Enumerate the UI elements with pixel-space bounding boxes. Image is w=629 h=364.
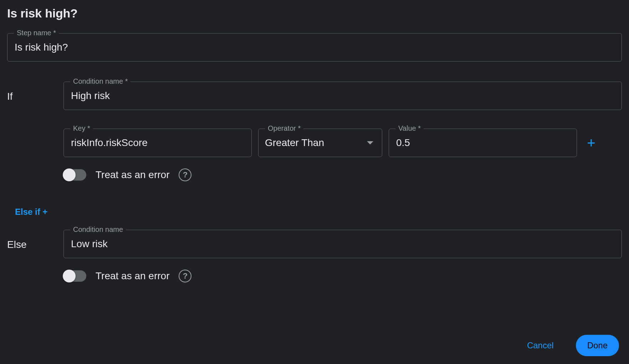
if-value-label: Value *: [395, 125, 424, 132]
if-condition-name-field[interactable]: Condition name *: [63, 82, 622, 110]
step-name-input[interactable]: [14, 41, 615, 53]
if-condition-name-label: Condition name *: [70, 78, 131, 85]
help-icon[interactable]: ?: [179, 270, 191, 282]
step-name-field[interactable]: Step name *: [7, 33, 622, 62]
if-operator-label: Operator *: [265, 125, 303, 132]
if-value-input[interactable]: [395, 137, 570, 149]
help-icon[interactable]: ?: [179, 168, 191, 181]
add-condition-button[interactable]: +: [583, 136, 599, 150]
if-operator-field[interactable]: Operator * Greater Than: [258, 129, 382, 157]
cancel-button[interactable]: Cancel: [525, 340, 556, 351]
else-treat-error-label: Treat as an error: [96, 270, 169, 282]
else-condition-name-label: Condition name: [70, 226, 126, 233]
chevron-down-icon: [367, 141, 373, 145]
if-treat-error-label: Treat as an error: [96, 169, 169, 181]
if-operator-value: Greater Than: [265, 137, 375, 149]
if-key-input[interactable]: [70, 137, 245, 149]
else-condition-name-field[interactable]: Condition name: [63, 230, 622, 258]
if-value-field[interactable]: Value *: [389, 129, 577, 157]
else-treat-error-toggle[interactable]: [63, 270, 86, 282]
done-button[interactable]: Done: [576, 335, 619, 356]
if-key-label: Key *: [70, 125, 93, 132]
else-label: Else: [7, 238, 57, 250]
page-title: Is risk high?: [7, 6, 622, 20]
if-condition-name-input[interactable]: [70, 90, 615, 102]
if-key-field[interactable]: Key *: [63, 129, 252, 157]
if-label: If: [7, 89, 57, 102]
add-else-if-button[interactable]: Else if +: [15, 207, 622, 217]
if-treat-error-toggle[interactable]: [63, 169, 86, 181]
else-condition-name-input[interactable]: [70, 238, 615, 250]
step-name-label: Step name *: [14, 29, 59, 36]
